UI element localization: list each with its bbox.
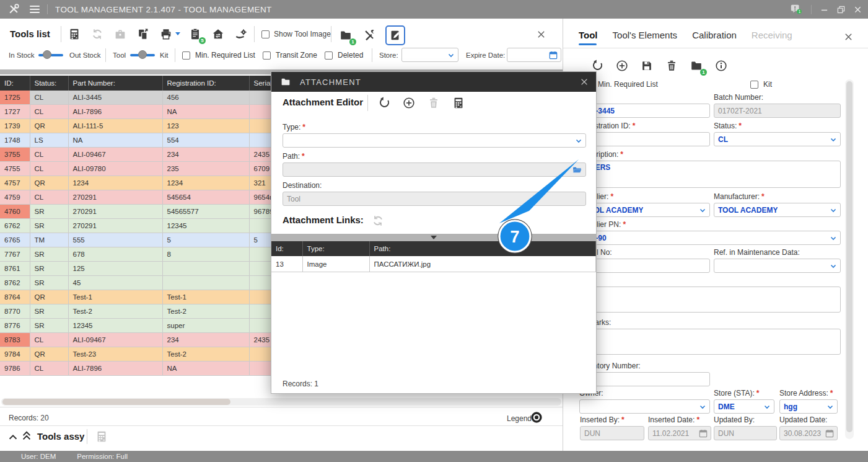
min-required-list-filter-checkbox[interactable]	[182, 51, 190, 60]
cell[interactable]: SR	[30, 247, 68, 262]
status-field[interactable]: Status:*CL	[714, 122, 841, 146]
inventory-number-field-input[interactable]	[579, 372, 710, 386]
pn-field[interactable]: PN:*ALI-3445	[579, 93, 710, 118]
undo-icon[interactable]	[375, 94, 393, 112]
store-address-field[interactable]: Store Address:*hgg	[779, 389, 838, 414]
cell[interactable]: QR	[30, 176, 68, 190]
store-select[interactable]	[401, 48, 458, 62]
remarks-field-input[interactable]	[579, 329, 841, 355]
note-field[interactable]: Note:	[579, 276, 841, 313]
cell[interactable]: 234	[162, 148, 249, 162]
cell[interactable]: 12345	[162, 219, 249, 233]
cell[interactable]: Test-1	[162, 290, 249, 304]
cell[interactable]: Test-2	[162, 304, 249, 319]
cell[interactable]: 123	[162, 119, 249, 133]
cell[interactable]: 6762	[0, 219, 30, 233]
cell[interactable]: CL	[30, 162, 68, 176]
toolbox-icon[interactable]	[112, 25, 129, 43]
description-field-input[interactable]: PLIERS	[579, 161, 841, 188]
manufacturer-field[interactable]: Manufacturer:*TOOL ACADEMY	[714, 192, 841, 217]
description-field[interactable]: Description:*PLIERS	[579, 150, 841, 188]
cell[interactable]: 4755	[0, 162, 30, 176]
cell[interactable]: 8770	[0, 304, 30, 319]
cell[interactable]	[162, 262, 249, 276]
cell[interactable]: 8764	[0, 290, 30, 304]
cell[interactable]: CL	[30, 91, 68, 105]
show-tool-image-toggle[interactable]: Show Tool Image	[261, 30, 331, 38]
cell[interactable]: CL	[30, 362, 68, 376]
cell[interactable]: Test-1	[68, 290, 162, 304]
delete-icon[interactable]	[425, 94, 442, 112]
column-header[interactable]: Registration ID:	[162, 76, 249, 91]
manufacturer-field-chevron-down-icon[interactable]	[830, 207, 837, 214]
pn-field-input[interactable]: ALI-3445	[579, 104, 710, 118]
tab-tool[interactable]: Tool	[579, 30, 598, 45]
collapse-all-icon[interactable]	[21, 430, 32, 444]
cell[interactable]: NA	[162, 105, 249, 119]
supplier-field[interactable]: Supplier:*TOOL ACADEMY	[579, 192, 710, 217]
h-scrollbar-thumb[interactable]	[2, 399, 230, 405]
cell[interactable]: TM	[30, 233, 68, 247]
save-icon[interactable]	[638, 57, 655, 74]
ref-maintenance-field[interactable]: Ref. in Maintenance Data:	[714, 248, 841, 273]
cell[interactable]: 1234	[162, 176, 249, 190]
attachment-type-field[interactable]: Type:*	[283, 123, 586, 148]
attachment-dialog-header[interactable]: ATTACHMENT	[271, 72, 596, 92]
ref-maintenance-field-chevron-down-icon[interactable]	[830, 262, 837, 270]
cell[interactable]: Image	[302, 256, 369, 272]
cell[interactable]: ALI-111-5	[68, 119, 162, 133]
cell[interactable]: 1748	[0, 133, 30, 148]
attachment-type-field-chevron-down-icon[interactable]	[575, 137, 582, 144]
registration-id-field[interactable]: Registration ID:*	[579, 122, 710, 146]
cell[interactable]: SR	[30, 219, 68, 233]
v-scrollbar-thumb[interactable]	[846, 81, 853, 432]
cell[interactable]: 234	[162, 333, 249, 347]
tools-list-close-icon[interactable]	[537, 30, 546, 42]
cell[interactable]: 235	[162, 162, 249, 176]
kit-field[interactable]: Kit	[750, 80, 772, 89]
attachment-type-field-input[interactable]	[283, 133, 586, 148]
close-icon[interactable]	[854, 6, 862, 14]
cell[interactable]: NA	[68, 133, 162, 148]
expire-date-input[interactable]	[507, 48, 561, 62]
cell[interactable]: 545654	[162, 190, 249, 205]
batch-number-field[interactable]: Batch Number:01702T-2021	[714, 93, 841, 118]
print-dropdown-icon[interactable]	[175, 32, 180, 35]
edit-tool-icon[interactable]	[385, 25, 405, 45]
cell[interactable]: 555	[68, 233, 162, 247]
tab-calibration[interactable]: Calibration	[692, 30, 737, 45]
cell[interactable]: SR	[30, 304, 68, 319]
cell[interactable]: 678	[68, 247, 162, 262]
cell[interactable]: 1739	[0, 119, 30, 133]
assy-export-grid-icon[interactable]	[93, 428, 110, 445]
v-scrollbar[interactable]	[845, 79, 854, 439]
owner-field-input[interactable]	[579, 399, 710, 414]
cell[interactable]: 1725	[0, 91, 30, 105]
cell[interactable]: SR	[30, 276, 68, 290]
supplier-field-chevron-down-icon[interactable]	[699, 207, 706, 214]
splitter-bar[interactable]	[271, 234, 596, 241]
manufacturer-field-input[interactable]: TOOL ACADEMY	[714, 203, 841, 217]
cell[interactable]: ALI-3445	[68, 91, 162, 105]
owner-field[interactable]: Owner:	[579, 389, 710, 414]
cell[interactable]: ALI-7896	[68, 362, 162, 376]
collapse-icon[interactable]	[7, 432, 19, 445]
cell[interactable]: Test-23	[68, 347, 162, 362]
column-header[interactable]: ID:	[0, 76, 30, 91]
cell[interactable]: NA	[162, 362, 249, 376]
restore-icon[interactable]	[837, 6, 845, 14]
print-icon[interactable]	[157, 25, 175, 43]
cell[interactable]: ALI-7896	[68, 105, 162, 119]
transit-zone-filter-checkbox[interactable]	[263, 51, 271, 60]
detail-close-icon[interactable]	[844, 32, 853, 44]
status-field-input[interactable]: CL	[714, 132, 841, 146]
store-sta-field-chevron-down-icon[interactable]	[763, 403, 771, 411]
column-header[interactable]: Type:	[302, 241, 369, 256]
cell[interactable]: SR	[30, 205, 68, 219]
cell[interactable]	[162, 276, 249, 290]
cell[interactable]: Test-2	[68, 304, 162, 319]
cell[interactable]: ALI-09780	[68, 162, 162, 176]
deleted-filter[interactable]: Deleted	[325, 51, 363, 60]
cell[interactable]: 456	[162, 91, 249, 105]
store-address-field-chevron-down-icon[interactable]	[826, 403, 834, 411]
